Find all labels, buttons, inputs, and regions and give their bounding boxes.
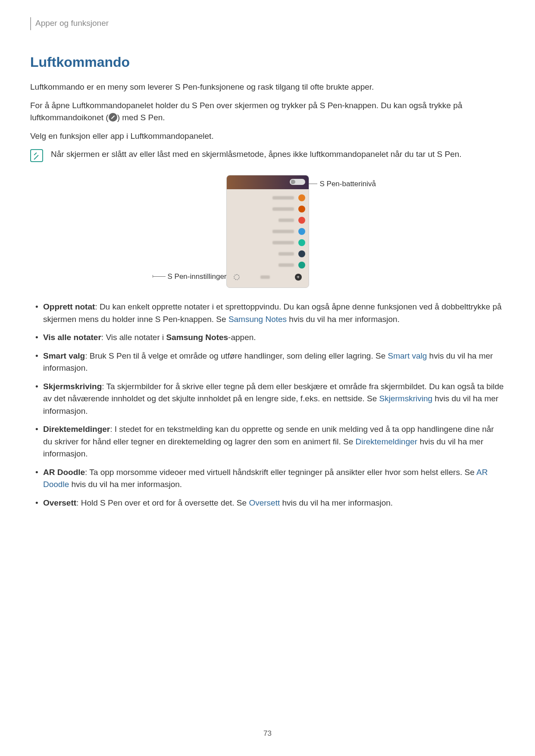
air-command-icon — [109, 113, 117, 122]
para2-text-a: For å åpne Luftkommandopanelet holder du… — [30, 101, 462, 122]
item-link[interactable]: Skjermskriving — [379, 394, 433, 403]
list-item: AR Doodle: Ta opp morsomme videoer med v… — [43, 466, 505, 491]
callout-settings-label: S Pen-innstillinger — [167, 271, 226, 282]
menu-item — [230, 249, 305, 259]
menu-icon — [298, 206, 305, 212]
menu-label-blur — [272, 241, 294, 244]
menu-label-blur — [278, 252, 294, 256]
menu-item — [230, 226, 305, 237]
item-text-b: -appen. — [228, 333, 256, 342]
item-link[interactable]: Direktemeldinger — [356, 437, 418, 446]
item-link[interactable]: Samsung Notes — [228, 315, 287, 324]
callout-battery-label: S Pen-batterinivå — [320, 178, 376, 190]
menu-label-blur — [272, 207, 294, 211]
item-text: : Bruk S Pen til å velge et område og ut… — [85, 351, 388, 360]
menu-label-blur — [278, 263, 294, 267]
phone-status-bar — [227, 175, 309, 189]
para2-text-b: ) med S Pen. — [117, 113, 165, 122]
menu-icon — [298, 239, 305, 246]
item-title: Opprett notat — [43, 302, 95, 311]
list-item: Skjermskriving: Ta skjermbilder for å sk… — [43, 381, 505, 418]
pen-icon — [291, 180, 295, 184]
menu-icon — [298, 194, 305, 201]
plus-icon: + — [295, 274, 302, 281]
list-item: Vis alle notater: Vis alle notater i Sam… — [43, 331, 505, 344]
menu-label-blur — [272, 230, 294, 233]
menu-label-blur — [260, 275, 270, 279]
gear-icon — [234, 274, 240, 280]
figure: S Pen-innstillinger + — [30, 175, 505, 288]
item-text: : Hold S Pen over et ord for å oversette… — [76, 498, 249, 507]
item-bold2: Samsung Notes — [166, 333, 228, 342]
list-item: Opprett notat: Du kan enkelt opprette no… — [43, 301, 505, 325]
item-title: Smart valg — [43, 351, 85, 360]
item-title: Vis alle notater — [43, 333, 101, 342]
section-header: Apper og funksjoner — [30, 17, 505, 30]
menu-settings-row: + — [230, 272, 305, 282]
feature-list: Opprett notat: Du kan enkelt opprette no… — [30, 301, 505, 509]
menu-item — [230, 215, 305, 225]
intro-para-2: For å åpne Luftkommandopanelet holder du… — [30, 100, 505, 124]
list-item: Oversett: Hold S Pen over et ord for å o… — [43, 497, 505, 509]
item-text-b: hvis du vil ha mer informasjon. — [69, 480, 182, 489]
intro-para-1: Luftkommando er en meny som leverer S Pe… — [30, 81, 505, 94]
menu-label-blur — [278, 219, 294, 222]
callout-settings: S Pen-innstillinger — [151, 271, 226, 282]
menu-icon — [298, 250, 305, 257]
item-text: : Vis alle notater i — [101, 333, 166, 342]
page-number: 73 — [0, 728, 535, 739]
callout-line — [309, 184, 317, 184]
note-icon — [30, 149, 43, 162]
menu-item — [230, 237, 305, 248]
section-header-text: Apper og funksjoner — [35, 17, 109, 30]
item-text-b: hvis du vil ha mer informasjon. — [280, 498, 393, 507]
menu-label-blur — [272, 196, 294, 200]
item-title: AR Doodle — [43, 468, 85, 477]
item-text: : Ta opp morsomme videoer med virtuell h… — [85, 468, 476, 477]
note-block: Når skjermen er slått av eller låst med … — [30, 148, 505, 162]
item-title: Direktemeldinger — [43, 425, 110, 434]
spen-battery-indicator — [290, 179, 305, 185]
menu-item — [230, 204, 305, 214]
phone-mockup: + — [226, 175, 309, 288]
menu-item — [230, 260, 305, 270]
item-link[interactable]: Smart valg — [388, 351, 427, 360]
item-title: Skjermskriving — [43, 382, 102, 391]
air-command-panel: + — [227, 189, 309, 286]
list-item: Direktemeldinger: I stedet for en tekstm… — [43, 423, 505, 460]
page-title: Luftkommando — [30, 52, 505, 72]
callout-line — [153, 276, 166, 277]
item-link[interactable]: Oversett — [249, 498, 280, 507]
intro-para-3: Velg en funksjon eller app i Luftkommand… — [30, 130, 505, 143]
menu-icon — [298, 217, 305, 224]
list-item: Smart valg: Bruk S Pen til å velge et om… — [43, 350, 505, 375]
item-text-b: hvis du vil ha mer informasjon. — [287, 315, 400, 324]
callout-battery: S Pen-batterinivå — [309, 178, 376, 190]
item-title: Oversett — [43, 498, 76, 507]
menu-icon — [298, 262, 305, 269]
menu-item — [230, 193, 305, 203]
menu-icon — [298, 228, 305, 235]
note-text: Når skjermen er slått av eller låst med … — [51, 148, 462, 161]
